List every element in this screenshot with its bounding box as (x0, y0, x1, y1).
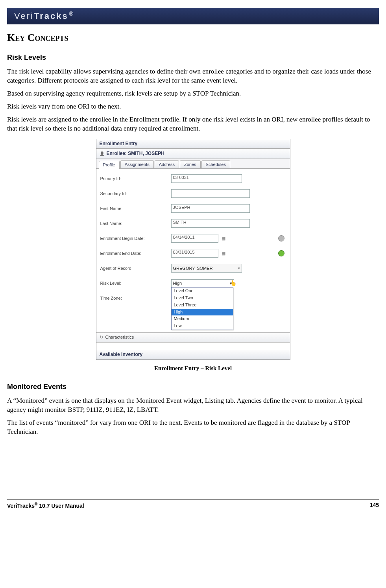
risk-option-selected[interactable]: High (172, 309, 233, 316)
figure-body: Primary Id: 03-0031 Secondary Id: First … (96, 169, 290, 359)
enrollee-name: Enrollee: SMITH, JOSEPH (107, 151, 164, 157)
risk-option[interactable]: Level Three (172, 302, 233, 309)
monitored-events-heading: Monitored Events (7, 382, 379, 391)
input-begin-date[interactable]: 04/14/2011 (171, 234, 218, 243)
status-dot-gray-icon (278, 235, 284, 241)
mon-p1: A “Monitored” event is one that displays… (7, 396, 379, 415)
tab-schedules[interactable]: Schedules (201, 160, 230, 169)
input-secondary-id[interactable] (171, 189, 250, 198)
brand-text: VeriTracks® (14, 11, 74, 22)
figure-titlebar: Enrollment Entry (96, 139, 290, 149)
tab-assignments[interactable]: Assignments (120, 160, 154, 169)
label-timezone: Time Zone: (100, 296, 171, 301)
label-last-name: Last Name: (100, 221, 171, 227)
tab-zones[interactable]: Zones (180, 160, 201, 169)
characteristics-label: Characteristics (105, 335, 134, 340)
label-end-date: Enrollment End Date: (100, 251, 171, 256)
select-agent-value: GREGORY, SOMER (173, 266, 213, 271)
cursor-hand-icon: 👆 (230, 280, 236, 287)
figure-caption: Enrollment Entry – Risk Level (7, 365, 379, 372)
brand-banner: VeriTracks® (7, 8, 379, 24)
brand-part-b: Tracks (34, 11, 68, 21)
available-inventory-bar[interactable]: Available Inventory (96, 350, 290, 359)
calendar-icon[interactable]: ▦ (221, 236, 226, 241)
risk-dropdown: Level One Level Two Level Three High Med… (171, 287, 233, 330)
refresh-icon (100, 335, 103, 340)
footer-manual: 10.7 User Manual (37, 503, 84, 509)
risk-option[interactable]: Level Two (172, 295, 233, 302)
tab-profile[interactable]: Profile (99, 161, 120, 169)
label-primary-id: Primary Id: (100, 176, 171, 182)
mon-p2: The list of events “monitored” for vary … (7, 418, 379, 437)
chevron-down-icon: ▾ (238, 266, 240, 271)
footer-page-number: 145 (370, 502, 379, 509)
figure-enrollee-bar: Enrollee: SMITH, JOSEPH (96, 149, 290, 159)
risk-option[interactable]: Medium (172, 315, 233, 323)
page-footer: VeriTracks® 10.7 User Manual 145 (7, 500, 379, 509)
label-first-name: First Name: (100, 206, 171, 212)
risk-levels-heading: Risk Levels (7, 53, 379, 62)
select-risk-level[interactable]: High ▾ (171, 279, 234, 287)
enrollment-figure: Enrollment Entry Enrollee: SMITH, JOSEPH… (96, 139, 290, 360)
input-end-date[interactable]: 03/31/2015 (171, 249, 218, 258)
tab-address[interactable]: Address (155, 160, 179, 169)
risk-p2: Based on supervising agency requirements… (7, 89, 379, 98)
input-primary-id[interactable]: 03-0031 (171, 174, 242, 183)
select-agent[interactable]: GREGORY, SOMER ▾ (171, 264, 242, 273)
person-icon (100, 151, 104, 157)
risk-option[interactable]: Low (172, 323, 233, 330)
select-risk-value: High (173, 281, 182, 286)
risk-p3: Risk levels vary from one ORI to the nex… (7, 102, 379, 111)
figure-tabs: Profile Assignments Address Zones Schedu… (96, 159, 290, 169)
risk-p4: Risk levels are assigned to the enrollee… (7, 115, 379, 133)
brand-part-a: Veri (14, 11, 34, 21)
footer-product: VeriTracks (7, 503, 35, 509)
label-begin-date: Enrollment Begin Date: (100, 236, 171, 241)
footer-left: VeriTracks® 10.7 User Manual (7, 502, 84, 509)
label-risk: Risk Level: (100, 281, 171, 286)
risk-p1: The risk level capability allows supervi… (7, 67, 379, 85)
risk-combo-wrap: High ▾ 👆 Level One Level Two Level Three… (171, 279, 234, 287)
page-title: Key Concepts (7, 31, 379, 44)
brand-reg: ® (69, 11, 74, 17)
label-secondary-id: Secondary Id: (100, 191, 171, 197)
characteristics-bar[interactable]: Characteristics (96, 332, 290, 343)
input-first-name[interactable]: JOSEPH (171, 204, 250, 213)
status-dot-green-icon (278, 250, 284, 256)
input-last-name[interactable]: SMITH (171, 219, 250, 228)
label-agent: Agent of Record: (100, 266, 171, 271)
calendar-icon[interactable]: ▦ (221, 251, 226, 256)
risk-option[interactable]: Level One (172, 288, 233, 295)
